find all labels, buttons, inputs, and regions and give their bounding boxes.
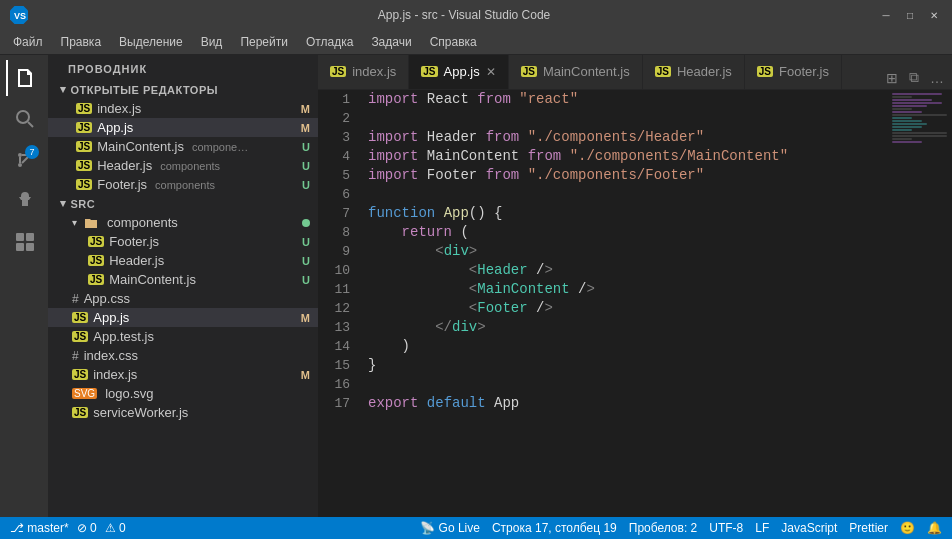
more-actions-icon[interactable]: … bbox=[927, 67, 947, 89]
file-app-js[interactable]: JS App.js M bbox=[48, 308, 318, 327]
menu-view[interactable]: Вид bbox=[193, 33, 231, 51]
file-app-css[interactable]: # App.css bbox=[48, 289, 318, 308]
tab-close-button[interactable]: ✕ bbox=[486, 65, 496, 79]
tab-maincontent[interactable]: JS MainContent.js bbox=[509, 55, 643, 89]
untracked-badge: U bbox=[302, 160, 310, 172]
code-line-6 bbox=[368, 185, 882, 204]
code-line-8: return ( bbox=[368, 223, 882, 242]
warnings-count[interactable]: ⚠ 0 bbox=[105, 521, 126, 535]
feedback-icon[interactable]: 🙂 bbox=[900, 521, 915, 535]
code-line-3: import Header from "./components/Header" bbox=[368, 128, 882, 147]
file-serviceworker-js[interactable]: JS serviceWorker.js bbox=[48, 403, 318, 422]
line-num-5: 5 bbox=[318, 166, 350, 185]
activity-extensions[interactable] bbox=[6, 224, 42, 260]
menu-edit[interactable]: Правка bbox=[53, 33, 110, 51]
split-editor-icon[interactable]: ⊞ bbox=[883, 67, 901, 89]
menubar: Файл Правка Выделение Вид Перейти Отладк… bbox=[0, 30, 952, 55]
open-editor-app[interactable]: JS App.js M bbox=[48, 118, 318, 137]
code-line-2 bbox=[368, 109, 882, 128]
line-num-12: 12 bbox=[318, 299, 350, 318]
menu-file[interactable]: Файл bbox=[5, 33, 51, 51]
notification-icon[interactable]: 🔔 bbox=[927, 521, 942, 535]
line-num-6: 6 bbox=[318, 185, 350, 204]
file-logo-svg[interactable]: SVG logo.svg bbox=[48, 384, 318, 403]
menu-help[interactable]: Справка bbox=[422, 33, 485, 51]
filename: index.js bbox=[97, 101, 141, 116]
open-editor-index[interactable]: JS index.js M bbox=[48, 99, 318, 118]
code-line-17: export default App bbox=[368, 394, 882, 413]
untracked-badge: U bbox=[302, 141, 310, 153]
tab-appjs[interactable]: JS App.js ✕ bbox=[409, 55, 508, 89]
layout-icon[interactable]: ⧉ bbox=[906, 66, 922, 89]
line-num-11: 11 bbox=[318, 280, 350, 299]
svg-point-3 bbox=[18, 153, 22, 157]
tab-footerjs[interactable]: JS Footer.js bbox=[745, 55, 842, 89]
menu-selection[interactable]: Выделение bbox=[111, 33, 191, 51]
minimize-button[interactable]: ─ bbox=[878, 7, 894, 23]
line-num-7: 7 bbox=[318, 204, 350, 223]
status-left: ⎇ master* ⊘ 0 ⚠ 0 bbox=[10, 521, 126, 535]
indentation[interactable]: Пробелов: 2 bbox=[629, 521, 698, 535]
untracked-badge: U bbox=[302, 274, 310, 286]
js-icon: JS bbox=[76, 179, 92, 190]
menu-tasks[interactable]: Задачи bbox=[363, 33, 419, 51]
open-editor-header[interactable]: JS Header.js components U bbox=[48, 156, 318, 175]
maximize-button[interactable]: □ bbox=[902, 7, 918, 23]
file-app-test-js[interactable]: JS App.test.js bbox=[48, 327, 318, 346]
file-header-js[interactable]: JS Header.js U bbox=[48, 251, 318, 270]
js-icon: JS bbox=[72, 331, 88, 342]
modified-badge: M bbox=[301, 369, 310, 381]
statusbar: ⎇ master* ⊘ 0 ⚠ 0 📡 Go Live Строка 17, с… bbox=[0, 517, 952, 539]
file-index-js[interactable]: JS index.js M bbox=[48, 365, 318, 384]
line-num-4: 4 bbox=[318, 147, 350, 166]
src-section[interactable]: ▾ SRC bbox=[48, 194, 318, 213]
open-editor-maincontent[interactable]: JS MainContent.js compone… U bbox=[48, 137, 318, 156]
cursor-position[interactable]: Строка 17, столбец 19 bbox=[492, 521, 617, 535]
file-maincontent-js[interactable]: JS MainContent.js U bbox=[48, 270, 318, 289]
window-controls: ─ □ ✕ bbox=[878, 7, 942, 23]
encoding[interactable]: UTF-8 bbox=[709, 521, 743, 535]
untracked-badge: U bbox=[302, 179, 310, 191]
filename: serviceWorker.js bbox=[93, 405, 188, 420]
filename: index.js bbox=[93, 367, 137, 382]
activity-git[interactable]: 7 bbox=[6, 142, 42, 178]
filename: Footer.js bbox=[97, 177, 147, 192]
file-index-css[interactable]: # index.css bbox=[48, 346, 318, 365]
git-branch[interactable]: ⎇ master* bbox=[10, 521, 69, 535]
modified-dot bbox=[302, 219, 310, 227]
file-footer-js[interactable]: JS Footer.js U bbox=[48, 232, 318, 251]
line-num-10: 10 bbox=[318, 261, 350, 280]
open-editor-footer[interactable]: JS Footer.js components U bbox=[48, 175, 318, 194]
folder-components[interactable]: ▾ components bbox=[48, 213, 318, 232]
folder-arrow-icon: ▾ bbox=[72, 217, 77, 228]
errors-count[interactable]: ⊘ 0 bbox=[77, 521, 97, 535]
eol[interactable]: LF bbox=[755, 521, 769, 535]
activity-search[interactable] bbox=[6, 101, 42, 137]
code-content[interactable]: import React from "react" import Header … bbox=[358, 90, 882, 517]
folder-icon bbox=[84, 216, 98, 230]
line-num-8: 8 bbox=[318, 223, 350, 242]
activity-debug[interactable] bbox=[6, 183, 42, 219]
activity-explorer[interactable] bbox=[6, 60, 42, 96]
formatter[interactable]: Prettier bbox=[849, 521, 888, 535]
menu-debug[interactable]: Отладка bbox=[298, 33, 361, 51]
open-editors-section[interactable]: ▾ ОТКРЫТЫЕ РЕДАКТОРЫ bbox=[48, 80, 318, 99]
tab-indexjs[interactable]: JS index.js bbox=[318, 55, 409, 89]
tab-headerjs[interactable]: JS Header.js bbox=[643, 55, 745, 89]
untracked-badge: U bbox=[302, 255, 310, 267]
editor-area: JS index.js JS App.js ✕ JS MainContent.j… bbox=[318, 55, 952, 517]
js-icon: JS bbox=[330, 66, 346, 77]
go-live-button[interactable]: 📡 Go Live bbox=[420, 521, 480, 535]
tab-label: index.js bbox=[352, 64, 396, 79]
js-icon: JS bbox=[72, 369, 88, 380]
js-icon: JS bbox=[76, 103, 92, 114]
path-hint: components bbox=[155, 179, 215, 191]
titlebar: VS App.js - src - Visual Studio Code ─ □… bbox=[0, 0, 952, 30]
code-line-4: import MainContent from "./components/Ma… bbox=[368, 147, 882, 166]
code-line-11: <MainContent /> bbox=[368, 280, 882, 299]
close-button[interactable]: ✕ bbox=[926, 7, 942, 23]
menu-goto[interactable]: Перейти bbox=[232, 33, 296, 51]
tab-label: Header.js bbox=[677, 64, 732, 79]
language-mode[interactable]: JavaScript bbox=[781, 521, 837, 535]
app-icon: VS bbox=[10, 6, 50, 24]
